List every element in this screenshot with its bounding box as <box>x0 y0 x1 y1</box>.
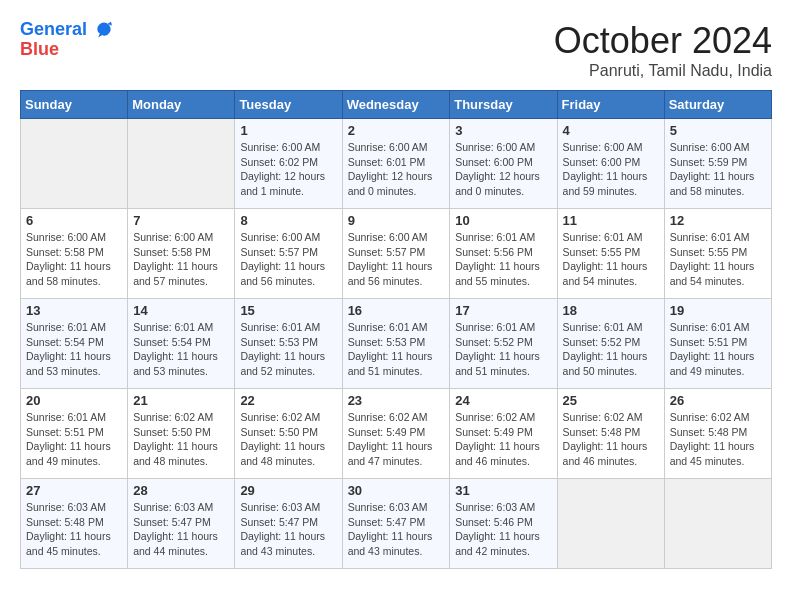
day-number: 30 <box>348 483 445 498</box>
logo-line2: Blue <box>20 39 59 59</box>
week-row-2: 6Sunrise: 6:00 AM Sunset: 5:58 PM Daylig… <box>21 209 772 299</box>
day-number: 4 <box>563 123 659 138</box>
calendar-cell: 26Sunrise: 6:02 AM Sunset: 5:48 PM Dayli… <box>664 389 771 479</box>
week-row-1: 1Sunrise: 6:00 AM Sunset: 6:02 PM Daylig… <box>21 119 772 209</box>
day-info: Sunrise: 6:00 AM Sunset: 6:00 PM Dayligh… <box>563 140 659 199</box>
day-number: 5 <box>670 123 766 138</box>
calendar-cell: 21Sunrise: 6:02 AM Sunset: 5:50 PM Dayli… <box>128 389 235 479</box>
calendar-cell: 3Sunrise: 6:00 AM Sunset: 6:00 PM Daylig… <box>450 119 557 209</box>
day-number: 23 <box>348 393 445 408</box>
day-number: 8 <box>240 213 336 228</box>
day-info: Sunrise: 6:01 AM Sunset: 5:53 PM Dayligh… <box>348 320 445 379</box>
day-number: 19 <box>670 303 766 318</box>
day-info: Sunrise: 6:01 AM Sunset: 5:56 PM Dayligh… <box>455 230 551 289</box>
day-info: Sunrise: 6:01 AM Sunset: 5:51 PM Dayligh… <box>670 320 766 379</box>
week-row-4: 20Sunrise: 6:01 AM Sunset: 5:51 PM Dayli… <box>21 389 772 479</box>
calendar-cell: 15Sunrise: 6:01 AM Sunset: 5:53 PM Dayli… <box>235 299 342 389</box>
day-number: 14 <box>133 303 229 318</box>
page-header: General Blue October 2024 Panruti, Tamil… <box>20 20 772 80</box>
header-row: SundayMondayTuesdayWednesdayThursdayFrid… <box>21 91 772 119</box>
week-row-5: 27Sunrise: 6:03 AM Sunset: 5:48 PM Dayli… <box>21 479 772 569</box>
header-day-monday: Monday <box>128 91 235 119</box>
calendar-table: SundayMondayTuesdayWednesdayThursdayFrid… <box>20 90 772 569</box>
day-number: 1 <box>240 123 336 138</box>
day-number: 7 <box>133 213 229 228</box>
calendar-cell: 13Sunrise: 6:01 AM Sunset: 5:54 PM Dayli… <box>21 299 128 389</box>
day-number: 31 <box>455 483 551 498</box>
day-info: Sunrise: 6:01 AM Sunset: 5:53 PM Dayligh… <box>240 320 336 379</box>
day-number: 3 <box>455 123 551 138</box>
logo: General Blue <box>20 20 114 60</box>
day-info: Sunrise: 6:02 AM Sunset: 5:50 PM Dayligh… <box>240 410 336 469</box>
month-title: October 2024 <box>554 20 772 62</box>
day-info: Sunrise: 6:01 AM Sunset: 5:54 PM Dayligh… <box>26 320 122 379</box>
day-info: Sunrise: 6:01 AM Sunset: 5:51 PM Dayligh… <box>26 410 122 469</box>
day-number: 9 <box>348 213 445 228</box>
calendar-cell: 12Sunrise: 6:01 AM Sunset: 5:55 PM Dayli… <box>664 209 771 299</box>
day-info: Sunrise: 6:01 AM Sunset: 5:54 PM Dayligh… <box>133 320 229 379</box>
day-info: Sunrise: 6:02 AM Sunset: 5:50 PM Dayligh… <box>133 410 229 469</box>
day-info: Sunrise: 6:02 AM Sunset: 5:48 PM Dayligh… <box>670 410 766 469</box>
header-day-friday: Friday <box>557 91 664 119</box>
calendar-cell: 10Sunrise: 6:01 AM Sunset: 5:56 PM Dayli… <box>450 209 557 299</box>
day-info: Sunrise: 6:03 AM Sunset: 5:47 PM Dayligh… <box>240 500 336 559</box>
day-info: Sunrise: 6:01 AM Sunset: 5:55 PM Dayligh… <box>670 230 766 289</box>
calendar-cell: 4Sunrise: 6:00 AM Sunset: 6:00 PM Daylig… <box>557 119 664 209</box>
calendar-cell: 6Sunrise: 6:00 AM Sunset: 5:58 PM Daylig… <box>21 209 128 299</box>
day-info: Sunrise: 6:03 AM Sunset: 5:47 PM Dayligh… <box>348 500 445 559</box>
calendar-cell: 25Sunrise: 6:02 AM Sunset: 5:48 PM Dayli… <box>557 389 664 479</box>
day-info: Sunrise: 6:03 AM Sunset: 5:48 PM Dayligh… <box>26 500 122 559</box>
calendar-cell: 9Sunrise: 6:00 AM Sunset: 5:57 PM Daylig… <box>342 209 450 299</box>
week-row-3: 13Sunrise: 6:01 AM Sunset: 5:54 PM Dayli… <box>21 299 772 389</box>
calendar-cell: 24Sunrise: 6:02 AM Sunset: 5:49 PM Dayli… <box>450 389 557 479</box>
day-number: 17 <box>455 303 551 318</box>
header-day-thursday: Thursday <box>450 91 557 119</box>
day-info: Sunrise: 6:02 AM Sunset: 5:48 PM Dayligh… <box>563 410 659 469</box>
calendar-cell <box>664 479 771 569</box>
calendar-cell: 30Sunrise: 6:03 AM Sunset: 5:47 PM Dayli… <box>342 479 450 569</box>
calendar-cell: 18Sunrise: 6:01 AM Sunset: 5:52 PM Dayli… <box>557 299 664 389</box>
day-info: Sunrise: 6:00 AM Sunset: 6:01 PM Dayligh… <box>348 140 445 199</box>
day-info: Sunrise: 6:00 AM Sunset: 5:58 PM Dayligh… <box>133 230 229 289</box>
logo-bird-icon <box>94 20 114 40</box>
header-day-sunday: Sunday <box>21 91 128 119</box>
day-number: 12 <box>670 213 766 228</box>
day-number: 15 <box>240 303 336 318</box>
day-number: 6 <box>26 213 122 228</box>
day-info: Sunrise: 6:02 AM Sunset: 5:49 PM Dayligh… <box>455 410 551 469</box>
day-info: Sunrise: 6:01 AM Sunset: 5:52 PM Dayligh… <box>455 320 551 379</box>
day-number: 24 <box>455 393 551 408</box>
calendar-body: 1Sunrise: 6:00 AM Sunset: 6:02 PM Daylig… <box>21 119 772 569</box>
day-info: Sunrise: 6:01 AM Sunset: 5:55 PM Dayligh… <box>563 230 659 289</box>
day-number: 16 <box>348 303 445 318</box>
day-number: 22 <box>240 393 336 408</box>
day-number: 27 <box>26 483 122 498</box>
header-day-wednesday: Wednesday <box>342 91 450 119</box>
day-info: Sunrise: 6:00 AM Sunset: 5:57 PM Dayligh… <box>240 230 336 289</box>
calendar-cell <box>128 119 235 209</box>
calendar-cell: 1Sunrise: 6:00 AM Sunset: 6:02 PM Daylig… <box>235 119 342 209</box>
day-number: 26 <box>670 393 766 408</box>
header-day-saturday: Saturday <box>664 91 771 119</box>
day-number: 28 <box>133 483 229 498</box>
day-info: Sunrise: 6:01 AM Sunset: 5:52 PM Dayligh… <box>563 320 659 379</box>
calendar-header: SundayMondayTuesdayWednesdayThursdayFrid… <box>21 91 772 119</box>
day-info: Sunrise: 6:00 AM Sunset: 6:00 PM Dayligh… <box>455 140 551 199</box>
day-number: 13 <box>26 303 122 318</box>
calendar-cell: 16Sunrise: 6:01 AM Sunset: 5:53 PM Dayli… <box>342 299 450 389</box>
day-number: 25 <box>563 393 659 408</box>
day-number: 29 <box>240 483 336 498</box>
calendar-cell: 8Sunrise: 6:00 AM Sunset: 5:57 PM Daylig… <box>235 209 342 299</box>
calendar-cell: 23Sunrise: 6:02 AM Sunset: 5:49 PM Dayli… <box>342 389 450 479</box>
calendar-cell <box>557 479 664 569</box>
calendar-cell: 22Sunrise: 6:02 AM Sunset: 5:50 PM Dayli… <box>235 389 342 479</box>
day-number: 10 <box>455 213 551 228</box>
day-info: Sunrise: 6:00 AM Sunset: 5:58 PM Dayligh… <box>26 230 122 289</box>
header-day-tuesday: Tuesday <box>235 91 342 119</box>
calendar-cell: 17Sunrise: 6:01 AM Sunset: 5:52 PM Dayli… <box>450 299 557 389</box>
calendar-cell: 14Sunrise: 6:01 AM Sunset: 5:54 PM Dayli… <box>128 299 235 389</box>
day-info: Sunrise: 6:00 AM Sunset: 5:59 PM Dayligh… <box>670 140 766 199</box>
day-number: 11 <box>563 213 659 228</box>
calendar-cell: 27Sunrise: 6:03 AM Sunset: 5:48 PM Dayli… <box>21 479 128 569</box>
logo-line1: General <box>20 19 87 39</box>
